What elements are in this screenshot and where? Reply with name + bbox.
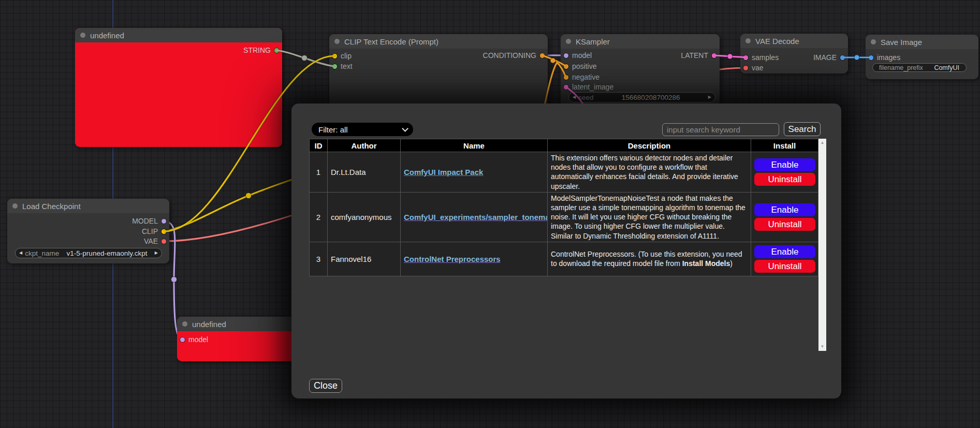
node-clip-text-encode[interactable]: CLIP Text Encode (Prompt) clip text COND… [329, 34, 548, 112]
output-dot-image[interactable] [840, 55, 845, 60]
output-dot-vae[interactable] [162, 239, 166, 244]
output-dot-conditioning[interactable] [540, 53, 545, 58]
slot-label: VAE [144, 237, 158, 245]
extension-link[interactable]: ControlNet Preprocessors [404, 255, 501, 263]
input-slot-images[interactable]: images [869, 53, 900, 62]
output-dot-model[interactable] [162, 219, 166, 224]
output-slot-image[interactable]: IMAGE [813, 53, 845, 62]
input-slot-model[interactable]: model [564, 51, 592, 60]
node-save-image[interactable]: Save Image images filename_prefix ComfyU… [866, 35, 978, 79]
node-collapse-dot[interactable] [871, 39, 876, 45]
input-slot-text[interactable]: text [332, 62, 353, 71]
reroute-dot[interactable] [854, 55, 859, 60]
uninstall-button[interactable]: Uninstall [754, 173, 815, 186]
node-title: CLIP Text Encode (Prompt) [329, 34, 548, 49]
reroute-dot[interactable] [246, 193, 252, 199]
reroute-dot[interactable] [727, 54, 733, 59]
output-dot-latent[interactable] [712, 53, 716, 58]
cell-name: ComfyUI_experiments/sampler_tonemap [401, 192, 548, 242]
input-slot-latent-image[interactable]: latent_image [564, 82, 613, 92]
slot-label: positive [572, 62, 596, 70]
reroute-dot[interactable] [171, 277, 177, 283]
input-dot-text[interactable] [332, 64, 337, 69]
node-title: VAE Decode [740, 34, 848, 48]
cell-id: 1 [310, 152, 328, 193]
enable-button[interactable]: Enable [754, 203, 815, 216]
cell-install: EnableUninstall [751, 152, 818, 193]
extension-link[interactable]: ComfyUI_experiments/sampler_tonemap [404, 213, 548, 222]
reroute-dot[interactable] [550, 58, 555, 63]
seed-widget[interactable]: ◀ seed 156680208700286 ▶ [568, 92, 715, 102]
node-collapse-dot[interactable] [745, 38, 751, 43]
extension-link[interactable]: ComfyUI Impact Pack [404, 168, 483, 176]
input-dot-negative[interactable] [564, 75, 568, 80]
output-slot-conditioning[interactable]: CONDITIONING [483, 51, 545, 60]
output-slot-model[interactable]: MODEL [132, 216, 166, 226]
uninstall-button[interactable]: Uninstall [754, 218, 815, 231]
input-slot-negative[interactable]: negative [564, 72, 599, 82]
input-dot-samples[interactable] [743, 55, 748, 60]
input-slot-vae[interactable]: vae [743, 63, 764, 72]
node-ksampler[interactable]: KSampler model positive negative latent_… [561, 34, 720, 112]
cell-id: 3 [310, 242, 328, 276]
output-dot-string[interactable] [274, 48, 279, 53]
widget-value: 156680208700286 [593, 94, 708, 101]
node-collapse-dot[interactable] [182, 321, 187, 327]
slot-label: LATENT [681, 51, 708, 60]
input-dot-model[interactable] [564, 53, 568, 58]
node-collapse-dot[interactable] [12, 203, 18, 209]
input-dot-latent-image[interactable] [564, 85, 568, 90]
increment-arrow-icon[interactable]: ▶ [708, 95, 711, 99]
filter-select[interactable]: Filter: all [312, 123, 413, 136]
node-title: Save Image [866, 35, 978, 49]
input-dot-vae[interactable] [743, 66, 748, 70]
ckpt-name-widget[interactable]: ◀ ckpt_name v1-5-pruned-emaonly.ckpt ▶ [15, 248, 162, 258]
scrollbar[interactable]: ▲ ▼ [818, 139, 826, 351]
decrement-arrow-icon[interactable]: ◀ [573, 95, 576, 99]
search-input[interactable] [662, 123, 779, 136]
search-button[interactable]: Search [784, 122, 821, 136]
output-slot-vae[interactable]: VAE [144, 237, 166, 246]
output-slot-string[interactable]: STRING [243, 46, 279, 55]
node-vae-decode[interactable]: VAE Decode samples vae IMAGE [740, 34, 848, 73]
filename-prefix-widget[interactable]: filename_prefix ComfyUI [872, 63, 967, 72]
column-header: Author [328, 139, 401, 152]
extension-manager-dialog: Filter: all Search IDAuthorNameDescripti… [291, 104, 841, 399]
node-collapse-dot[interactable] [80, 33, 85, 38]
output-slot-latent[interactable]: LATENT [681, 51, 716, 60]
input-slot-model[interactable]: model [180, 335, 208, 344]
scroll-up-icon[interactable]: ▲ [821, 139, 825, 147]
node-load-checkpoint[interactable]: Load Checkpoint MODEL CLIP VAE ◀ ckpt_na… [7, 199, 169, 263]
output-slot-clip[interactable]: CLIP [142, 227, 166, 236]
node-collapse-dot[interactable] [334, 39, 340, 44]
input-dot-model[interactable] [180, 337, 185, 342]
extensions-table-head-row: IDAuthorNameDescriptionInstall [310, 139, 818, 152]
table-row: 2comfyanonymousComfyUI_experiments/sampl… [310, 192, 818, 242]
graph-canvas[interactable]: undefined STRING CLIP Text Encode (Promp… [0, 0, 980, 428]
enable-button[interactable]: Enable [754, 158, 815, 171]
node-collapse-dot[interactable] [566, 39, 571, 44]
uninstall-button[interactable]: Uninstall [754, 260, 815, 273]
scroll-down-icon[interactable]: ▼ [821, 343, 825, 351]
node-undefined-top[interactable]: undefined STRING [75, 28, 282, 147]
reroute-dot[interactable] [302, 55, 308, 61]
input-dot-positive[interactable] [564, 64, 568, 69]
extensions-table: IDAuthorNameDescriptionInstall 1Dr.Lt.Da… [309, 139, 818, 276]
input-slot-clip[interactable]: clip [332, 51, 352, 61]
input-dot-clip[interactable] [332, 54, 337, 58]
enable-button[interactable]: Enable [754, 245, 815, 258]
input-slot-samples[interactable]: samples [743, 53, 779, 62]
slot-label: negative [572, 73, 599, 81]
decrement-arrow-icon[interactable]: ◀ [19, 251, 22, 255]
table-row: 3Fannovel16ControlNet PreprocessorsContr… [310, 242, 818, 276]
input-dot-images[interactable] [869, 55, 873, 60]
close-button[interactable]: Close [309, 379, 342, 393]
slot-label: IMAGE [813, 53, 837, 62]
filter-select-value: Filter: all [318, 125, 348, 134]
node-title-label: KSampler [576, 37, 610, 46]
node-title-label: CLIP Text Encode (Prompt) [344, 37, 438, 46]
output-dot-clip[interactable] [162, 229, 166, 234]
slot-label: latent_image [572, 83, 613, 91]
input-slot-positive[interactable]: positive [564, 62, 596, 71]
increment-arrow-icon[interactable]: ▶ [155, 251, 158, 255]
